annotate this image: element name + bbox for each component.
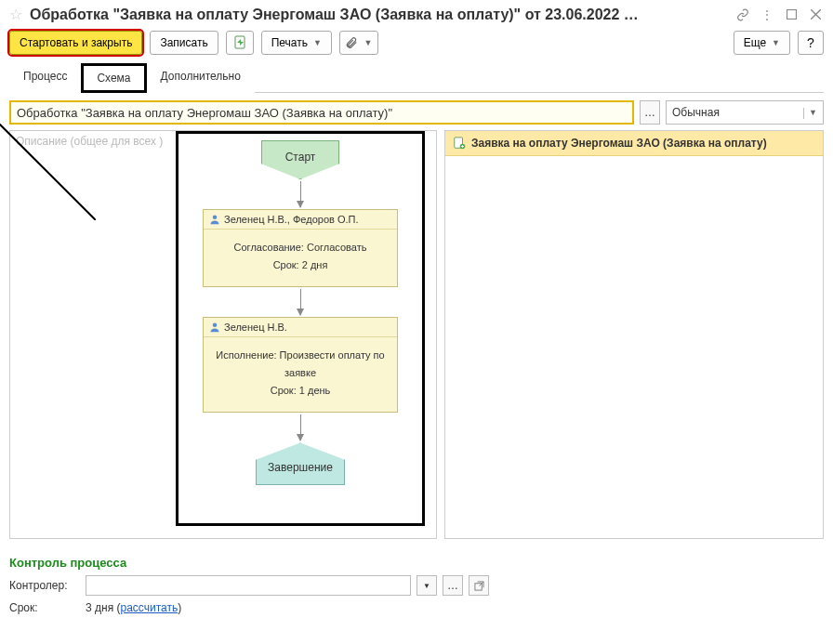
task-assignees: Зеленец Н.В. — [224, 322, 287, 333]
person-icon — [209, 214, 220, 225]
controller-dropdown-button[interactable]: ▼ — [416, 575, 437, 596]
task-assignees: Зеленец Н.В., Федоров О.П. — [224, 214, 358, 225]
tab-extra[interactable]: Дополнительно — [147, 63, 255, 93]
diagram-task-approval[interactable]: Зеленец Н.В., Федоров О.П. Согласование:… — [203, 209, 398, 287]
controller-open-button[interactable] — [469, 575, 489, 596]
description-placeholder: Описание (общее для всех ) — [16, 135, 163, 148]
name-lookup-button[interactable]: … — [640, 100, 660, 125]
print-button[interactable]: Печать▼ — [261, 31, 332, 55]
svg-point-5 — [213, 216, 218, 220]
document-icon — [453, 137, 466, 150]
person-icon — [209, 322, 220, 333]
task-description: Исполнение: Произвести оплату по заявке — [211, 347, 390, 381]
start-and-close-button[interactable]: Стартовать и закрыть — [9, 31, 142, 55]
controller-lookup-button[interactable]: … — [443, 575, 463, 596]
more-button[interactable]: Еще▼ — [734, 31, 790, 55]
svg-point-6 — [213, 323, 218, 328]
attachment-item[interactable]: Заявка на оплату Энергомаш ЗАО (Заявка н… — [445, 131, 823, 156]
attachments-pane: Заявка на оплату Энергомаш ЗАО (Заявка н… — [444, 130, 824, 539]
scheme-canvas[interactable]: Описание (общее для всех ) Старт Зеленец… — [9, 130, 437, 539]
help-button[interactable]: ? — [798, 31, 824, 55]
window-title: Обработка "Заявка на оплату Энергомаш ЗА… — [30, 7, 727, 23]
term-value: 3 дня (рассчитать) — [86, 601, 181, 614]
link-icon[interactable] — [734, 7, 751, 23]
task-term: Срок: 2 дня — [211, 256, 390, 274]
arrow-icon — [300, 414, 301, 440]
importance-select[interactable]: Обычная | ▼ — [666, 100, 824, 125]
register-button[interactable] — [226, 31, 254, 55]
write-button[interactable]: Записать — [150, 31, 218, 55]
arrow-icon — [300, 289, 301, 315]
controller-input[interactable] — [86, 575, 411, 596]
calculate-link[interactable]: рассчитать — [120, 601, 178, 614]
tab-process[interactable]: Процесс — [9, 63, 81, 93]
favorite-star-icon[interactable]: ☆ — [9, 6, 22, 23]
term-label: Срок: — [9, 601, 80, 614]
diagram-task-execution[interactable]: Зеленец Н.В. Исполнение: Произвести опла… — [203, 317, 398, 413]
window-maximize-icon[interactable] — [783, 7, 800, 23]
task-term: Срок: 1 день — [211, 382, 390, 400]
diagram-end-node[interactable]: Завершение — [256, 442, 345, 485]
kebab-menu-icon[interactable]: ⋮ — [759, 7, 775, 23]
process-name-input[interactable]: Обработка "Заявка на оплату Энергомаш ЗА… — [9, 100, 634, 125]
attachment-title: Заявка на оплату Энергомаш ЗАО (Заявка н… — [471, 137, 767, 150]
svg-rect-0 — [787, 10, 796, 20]
chevron-down-icon: ▼ — [809, 108, 817, 117]
tab-scheme[interactable]: Схема — [81, 63, 146, 93]
diagram-start-node[interactable]: Старт — [261, 140, 339, 179]
attach-button[interactable]: ▼ — [339, 31, 378, 55]
control-section-title: Контроль процесса — [9, 556, 824, 570]
window-close-icon[interactable] — [807, 7, 824, 23]
arrow-icon — [300, 181, 301, 207]
controller-label: Контролер: — [9, 579, 80, 592]
task-description: Согласование: Согласовать — [211, 239, 390, 256]
